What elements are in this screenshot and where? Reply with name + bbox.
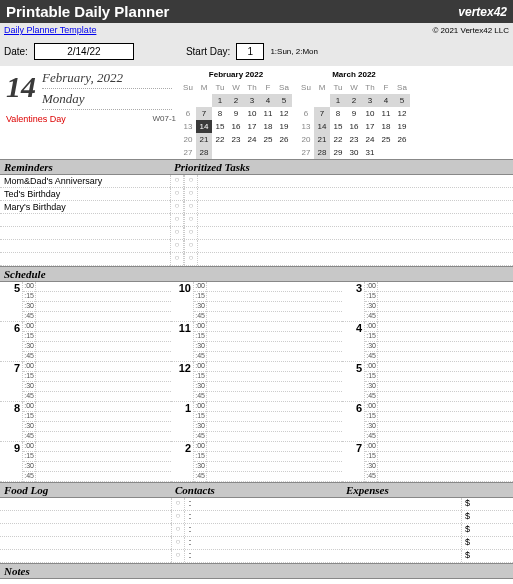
- task-checkbox[interactable]: ○: [170, 214, 184, 226]
- date-label: Date:: [4, 46, 28, 57]
- contacts-header: Contacts: [171, 482, 342, 498]
- task-line[interactable]: ○○: [170, 201, 513, 214]
- schedule-hour[interactable]: 12:00:15:30:45: [171, 362, 342, 402]
- schedule-hour[interactable]: 6:00:15:30:45: [0, 322, 171, 362]
- schedule-hour[interactable]: 7:00:15:30:45: [342, 442, 513, 482]
- expense-line[interactable]: $: [342, 537, 513, 550]
- reminder-line[interactable]: Mary's Birthday: [0, 201, 170, 214]
- startday-hint: 1:Sun, 2:Mon: [270, 47, 318, 56]
- task-checkbox[interactable]: ○: [170, 188, 184, 200]
- task-checkbox[interactable]: ○: [184, 227, 198, 239]
- notes-area[interactable]: [0, 579, 513, 584]
- reminder-line[interactable]: Mom&Dad's Anniversary: [0, 175, 170, 188]
- schedule-header: Schedule: [0, 266, 513, 282]
- contact-line[interactable]: ○:: [171, 537, 342, 550]
- food-header: Food Log: [0, 482, 171, 498]
- copyright: © 2021 Vertex42 LLC: [432, 26, 509, 35]
- expenses-header: Expenses: [342, 482, 513, 498]
- reminder-line[interactable]: [0, 227, 170, 240]
- week-number: W07-1: [152, 114, 176, 124]
- task-line[interactable]: ○○: [170, 227, 513, 240]
- schedule-hour[interactable]: 1:00:15:30:45: [171, 402, 342, 442]
- mini-calendar: SuMTuWThFSa12345678910111213141516171819…: [298, 81, 410, 159]
- expense-line[interactable]: $: [342, 511, 513, 524]
- cal-title: March 2022: [298, 70, 410, 79]
- schedule-hour[interactable]: 8:00:15:30:45: [0, 402, 171, 442]
- schedule-hour[interactable]: 5:00:15:30:45: [0, 282, 171, 322]
- startday-label: Start Day:: [186, 46, 230, 57]
- schedule-hour[interactable]: 10:00:15:30:45: [171, 282, 342, 322]
- food-line[interactable]: [0, 550, 171, 563]
- tasks-header: Prioritized Tasks: [170, 159, 513, 175]
- task-line[interactable]: ○○: [170, 253, 513, 266]
- contact-line[interactable]: ○:: [171, 524, 342, 537]
- schedule-hour[interactable]: 4:00:15:30:45: [342, 322, 513, 362]
- schedule-hour[interactable]: 5:00:15:30:45: [342, 362, 513, 402]
- reminder-line[interactable]: [0, 214, 170, 227]
- reminders-header: Reminders: [0, 159, 170, 175]
- reminder-line[interactable]: [0, 240, 170, 253]
- task-line[interactable]: ○○: [170, 240, 513, 253]
- schedule-hour[interactable]: 9:00:15:30:45: [0, 442, 171, 482]
- mini-calendars: February 2022SuMTuWThFSa1234567891011121…: [180, 70, 410, 159]
- task-checkbox[interactable]: ○: [184, 175, 198, 187]
- food-line[interactable]: [0, 511, 171, 524]
- schedule-hour[interactable]: 3:00:15:30:45: [342, 282, 513, 322]
- reminder-line[interactable]: Ted's Birthday: [0, 188, 170, 201]
- template-link[interactable]: Daily Planner Template: [4, 25, 96, 35]
- date-input[interactable]: [34, 43, 134, 60]
- schedule-hour[interactable]: 11:00:15:30:45: [171, 322, 342, 362]
- startday-input[interactable]: [236, 43, 264, 60]
- task-checkbox[interactable]: ○: [170, 253, 184, 265]
- task-checkbox[interactable]: ○: [184, 240, 198, 252]
- brand-logo: vertex42: [458, 5, 507, 19]
- day-number: 14: [6, 70, 36, 104]
- food-line[interactable]: [0, 537, 171, 550]
- expense-line[interactable]: $: [342, 498, 513, 511]
- cal-title: February 2022: [180, 70, 292, 79]
- contact-line[interactable]: ○:: [171, 511, 342, 524]
- task-checkbox[interactable]: ○: [170, 240, 184, 252]
- mini-calendar: SuMTuWThFSa12345678910111213141516171819…: [180, 81, 292, 159]
- task-checkbox[interactable]: ○: [170, 227, 184, 239]
- expense-line[interactable]: $: [342, 550, 513, 563]
- task-checkbox[interactable]: ○: [184, 253, 198, 265]
- food-line[interactable]: [0, 524, 171, 537]
- schedule-hour[interactable]: 6:00:15:30:45: [342, 402, 513, 442]
- task-checkbox[interactable]: ○: [184, 188, 198, 200]
- task-line[interactable]: ○○: [170, 188, 513, 201]
- holiday-label: Valentines Day: [6, 114, 66, 124]
- reminder-line[interactable]: [0, 253, 170, 266]
- schedule-hour[interactable]: 2:00:15:30:45: [171, 442, 342, 482]
- contact-line[interactable]: ○:: [171, 498, 342, 511]
- contact-line[interactable]: ○:: [171, 550, 342, 563]
- day-of-week: Monday: [42, 89, 172, 110]
- page-title: Printable Daily Planner: [6, 3, 169, 20]
- expense-line[interactable]: $: [342, 524, 513, 537]
- task-line[interactable]: ○○: [170, 214, 513, 227]
- task-line[interactable]: ○○: [170, 175, 513, 188]
- task-checkbox[interactable]: ○: [170, 201, 184, 213]
- food-line[interactable]: [0, 498, 171, 511]
- notes-header: Notes: [0, 563, 513, 579]
- month-year: February, 2022: [42, 70, 172, 89]
- task-checkbox[interactable]: ○: [184, 214, 198, 226]
- task-checkbox[interactable]: ○: [170, 175, 184, 187]
- task-checkbox[interactable]: ○: [184, 201, 198, 213]
- schedule-hour[interactable]: 7:00:15:30:45: [0, 362, 171, 402]
